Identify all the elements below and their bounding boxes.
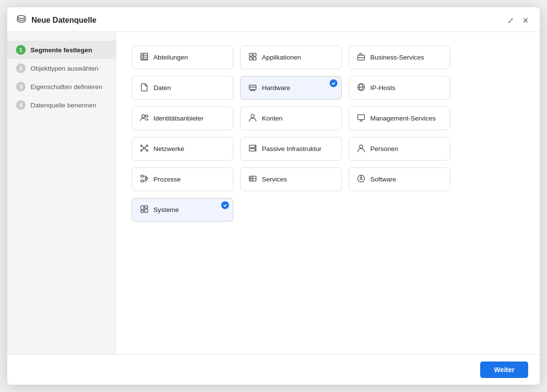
card-label-services: Services <box>262 176 287 183</box>
person-icon2 <box>357 144 365 154</box>
people-icon <box>140 113 149 123</box>
card-label-netzwerke: Netzwerke <box>153 145 184 152</box>
svg-rect-23 <box>358 115 365 120</box>
card-hardware[interactable]: Hardware <box>240 76 342 100</box>
card-label-management-services: Management-Services <box>370 115 436 122</box>
close-button[interactable]: ✕ <box>520 15 531 26</box>
step-2-badge: 2 <box>16 63 26 73</box>
card-label-prozesse: Prozesse <box>153 176 181 183</box>
svg-line-31 <box>142 146 143 148</box>
card-systeme[interactable]: Systeme <box>132 198 233 222</box>
check-icon <box>221 201 229 209</box>
dialog-title: Neue Datenquelle <box>31 16 96 25</box>
sidebar-item-label-1: Segmente festlegen <box>30 46 92 54</box>
footer: Weiter <box>7 354 540 385</box>
sidebar-item-segmente[interactable]: 1 Segmente festlegen <box>7 41 116 59</box>
systems-icon <box>140 205 149 215</box>
briefcase-icon <box>357 52 365 62</box>
monitor-icon <box>357 113 365 123</box>
card-passive-infrastruktur[interactable]: Passive Infrastruktur <box>240 137 342 161</box>
services-icon <box>248 174 257 184</box>
card-label-daten: Daten <box>153 84 171 91</box>
step-3-badge: 3 <box>16 82 26 91</box>
card-ip-hosts[interactable]: IP-Hosts <box>349 76 450 100</box>
card-label-applikationen: Applikationen <box>262 54 301 61</box>
card-management-services[interactable]: Management-Services <box>349 106 450 130</box>
title-bar: Neue Datenquelle ⤢ ✕ <box>7 7 540 32</box>
check-icon <box>330 79 337 87</box>
database-icon <box>16 14 27 27</box>
card-abteilungen[interactable]: Abteilungen <box>132 45 233 69</box>
svg-line-34 <box>145 149 147 151</box>
svg-rect-6 <box>249 53 252 56</box>
svg-line-32 <box>145 146 147 148</box>
person-icon <box>248 113 257 123</box>
card-konten[interactable]: Konten <box>240 106 342 130</box>
sidebar-item-objekttypen[interactable]: 2 Objekttypen auswählen <box>7 59 116 77</box>
svg-rect-40 <box>141 175 143 177</box>
card-prozesse[interactable]: Prozesse <box>132 167 233 191</box>
sidebar-item-label-3: Eigenschaften definieren <box>30 83 103 90</box>
card-netzwerke[interactable]: Netzwerke <box>132 137 233 161</box>
sidebar-item-label-2: Objekttypen auswählen <box>30 65 98 72</box>
network-icon <box>140 144 149 154</box>
sidebar-item-eigenschaften[interactable]: 3 Eigenschaften definieren <box>7 77 116 96</box>
hardware-icon <box>248 83 257 93</box>
svg-rect-9 <box>253 57 256 60</box>
svg-point-0 <box>17 15 25 18</box>
server-icon <box>248 144 257 154</box>
svg-point-38 <box>255 150 256 151</box>
card-business-services[interactable]: Business-Services <box>349 45 450 69</box>
file-icon <box>140 83 149 93</box>
svg-rect-42 <box>141 180 143 182</box>
app-icon <box>248 52 257 62</box>
svg-line-33 <box>142 149 143 151</box>
card-label-systeme: Systeme <box>153 206 179 213</box>
svg-point-21 <box>146 115 148 118</box>
card-label-ip-hosts: IP-Hosts <box>370 84 395 91</box>
card-label-abteilungen: Abteilungen <box>153 54 188 61</box>
card-personen[interactable]: Personen <box>349 137 450 161</box>
title-left: Neue Datenquelle <box>16 14 96 27</box>
globe-icon <box>357 83 365 93</box>
card-label-personen: Personen <box>370 145 398 152</box>
svg-point-39 <box>360 145 363 149</box>
sidebar: 1 Segmente festlegen 2 Objekttypen auswä… <box>7 32 116 354</box>
svg-rect-8 <box>249 57 252 60</box>
card-daten[interactable]: Daten <box>132 76 233 100</box>
body: 1 Segmente festlegen 2 Objekttypen auswä… <box>7 32 540 354</box>
card-label-software: Software <box>370 176 396 183</box>
card-label-konten: Konten <box>262 115 283 122</box>
svg-point-20 <box>142 115 145 118</box>
card-label-hardware: Hardware <box>262 84 290 91</box>
card-applikationen[interactable]: Applikationen <box>240 45 342 69</box>
svg-point-22 <box>251 115 255 118</box>
card-label-business-services: Business-Services <box>370 54 424 61</box>
sidebar-item-label-4: Datenquelle benennen <box>30 102 96 109</box>
main-content: AbteilungenApplikationenBusiness-Service… <box>116 32 540 354</box>
sidebar-item-benennen[interactable]: 4 Datenquelle benennen <box>7 96 116 114</box>
card-identitaetsanbieter[interactable]: Identitätsanbieter <box>132 106 233 130</box>
next-button[interactable]: Weiter <box>480 362 528 378</box>
card-grid: AbteilungenApplikationenBusiness-Service… <box>132 45 524 222</box>
resize-button[interactable]: ⤢ <box>505 15 516 26</box>
title-actions: ⤢ ✕ <box>505 15 531 26</box>
disc-icon <box>357 174 365 184</box>
step-4-badge: 4 <box>16 100 26 110</box>
card-services[interactable]: Services <box>240 167 342 191</box>
svg-point-37 <box>255 146 256 147</box>
svg-rect-54 <box>141 206 144 210</box>
card-software[interactable]: Software <box>349 167 450 191</box>
svg-rect-7 <box>253 53 256 56</box>
table-icon <box>140 52 149 62</box>
card-label-passive-infrastruktur: Passive Infrastruktur <box>262 145 321 152</box>
svg-rect-57 <box>145 209 148 212</box>
step-1-badge: 1 <box>16 45 26 55</box>
svg-rect-55 <box>145 206 148 208</box>
dialog: Neue Datenquelle ⤢ ✕ 1 Segmente festlege… <box>7 7 540 385</box>
svg-point-52 <box>360 178 362 180</box>
flow-icon <box>140 174 149 184</box>
card-label-identitaetsanbieter: Identitätsanbieter <box>153 115 204 122</box>
svg-point-26 <box>143 147 145 149</box>
svg-rect-56 <box>141 211 144 212</box>
